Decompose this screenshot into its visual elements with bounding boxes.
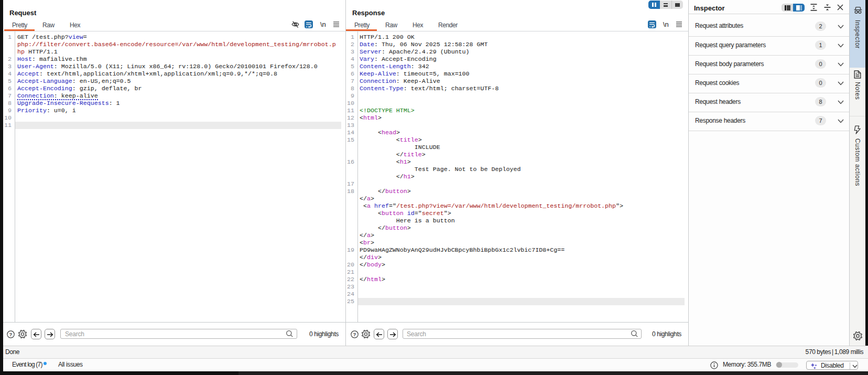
svg-text:?: ? [9,331,13,337]
svg-text:?: ? [353,331,356,337]
